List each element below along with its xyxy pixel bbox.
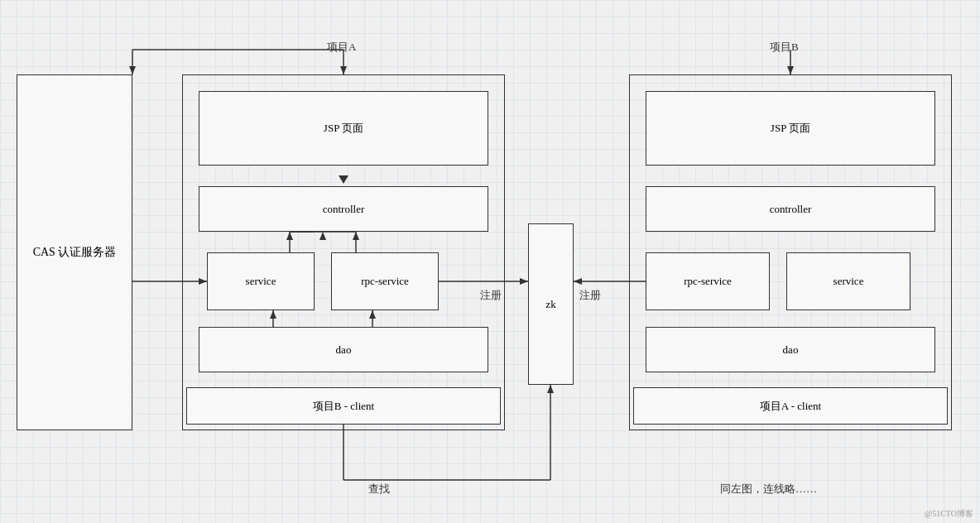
dao-b-box: dao <box>646 327 935 372</box>
diagram-container: CAS 认证服务器 JSP 页面 controller service rpc-… <box>0 0 980 523</box>
controller-b-label: controller <box>770 203 812 216</box>
service-b-label: service <box>833 275 864 288</box>
controller-a-box: controller <box>199 186 488 232</box>
rpc-service-a-box: rpc-service <box>331 252 439 310</box>
rpc-service-b-box: rpc-service <box>646 252 770 310</box>
watermark: @51CTO博客 <box>925 508 973 520</box>
zk-label: zk <box>545 298 555 311</box>
dao-a-box: dao <box>199 327 488 372</box>
rpc-service-b-label: rpc-service <box>684 275 732 288</box>
svg-marker-4 <box>129 66 136 74</box>
svg-marker-6 <box>787 66 794 74</box>
search-label: 查找 <box>368 482 390 497</box>
controller-a-label: controller <box>323 203 365 216</box>
project-b-title: 项目B <box>770 40 799 55</box>
cas-server-label: CAS 认证服务器 <box>33 245 117 260</box>
dao-b-label: dao <box>783 343 799 357</box>
project-a-title: 项目A <box>327 40 356 55</box>
rpc-service-a-label: rpc-service <box>361 275 409 288</box>
same-as-left-label: 同左图，连线略…… <box>720 482 817 497</box>
jsp-a-label: JSP 页面 <box>324 121 363 136</box>
dao-a-label: dao <box>336 343 352 357</box>
jsp-b-label: JSP 页面 <box>771 121 810 136</box>
svg-marker-24 <box>520 278 528 285</box>
service-a-label: service <box>246 275 276 288</box>
controller-b-box: controller <box>646 186 935 232</box>
register-left-label: 注册 <box>480 288 502 303</box>
service-a-box: service <box>207 252 315 310</box>
service-b-box: service <box>786 252 910 310</box>
svg-marker-26 <box>574 278 582 285</box>
project-a-client-label: 项目A - client <box>760 399 821 414</box>
project-b-client-label: 项目B - client <box>313 399 374 414</box>
cas-server-box: CAS 认证服务器 <box>17 74 132 430</box>
jsp-a-box: JSP 页面 <box>199 91 488 166</box>
zk-box: zk <box>528 223 574 385</box>
project-b-client-box: 项目B - client <box>186 387 501 425</box>
jsp-b-box: JSP 页面 <box>646 91 935 166</box>
register-right-label: 注册 <box>579 288 601 303</box>
project-a-client-box: 项目A - client <box>633 387 948 425</box>
svg-marker-30 <box>547 385 554 393</box>
svg-marker-1 <box>340 66 347 74</box>
